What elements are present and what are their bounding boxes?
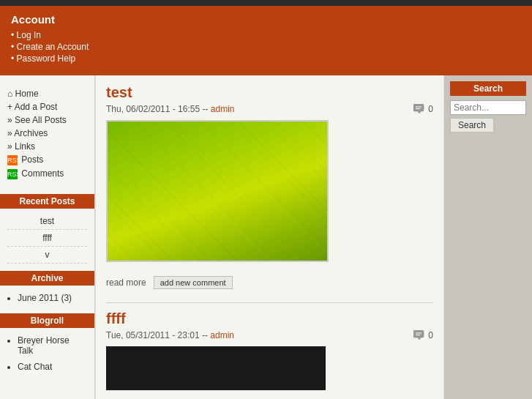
archive-section: June 2011 (3) <box>0 288 94 307</box>
post-comment-count: 0 <box>413 104 433 114</box>
blogroll-link[interactable]: Breyer Horse Talk <box>18 335 70 356</box>
top-bar <box>0 0 532 6</box>
add-post-link[interactable]: Add a Post <box>15 102 58 112</box>
blogroll-section: Breyer Horse Talk Cat Chat <box>0 331 94 376</box>
recent-posts-section: test ffff v <box>0 212 94 265</box>
recent-post-link[interactable]: v <box>45 250 50 260</box>
create-account-link[interactable]: Create an Account <box>17 42 89 52</box>
see-all-posts-link[interactable]: See All Posts <box>15 115 67 125</box>
list-item[interactable]: Breyer Horse Talk <box>18 332 87 359</box>
search-section-title: Search <box>450 81 526 96</box>
search-input[interactable] <box>450 100 526 115</box>
post-date: Tue, 05/31/2011 - 23:01 <box>106 330 200 340</box>
list-item[interactable]: Cat Chat <box>18 359 87 375</box>
post-date: Thu, 06/02/2011 - 16:55 <box>106 104 200 114</box>
comment-icon <box>413 330 425 340</box>
post-date-author: Tue, 05/31/2011 - 23:01 -- admin <box>106 330 234 340</box>
recent-post-link[interactable]: ffff <box>42 233 52 243</box>
sidebar-item-links[interactable]: Links <box>7 141 87 152</box>
post-date-author: Thu, 06/02/2011 - 16:55 -- admin <box>106 104 234 114</box>
post-title: test <box>106 84 433 101</box>
post-footer: read more add new comment <box>106 276 433 289</box>
header-title: Account <box>11 13 521 26</box>
header-nav-item: Log In <box>11 30 521 40</box>
arrow-icon <box>7 141 15 152</box>
rss-comments-icon: RSS <box>7 169 18 179</box>
header-nav-item: Create an Account <box>11 42 521 52</box>
sidebar-item-posts-rss[interactable]: RSS Posts <box>7 154 87 165</box>
add-comment-button[interactable]: add new comment <box>154 276 233 289</box>
comment-number: 0 <box>428 104 433 114</box>
separator: -- <box>202 330 210 340</box>
archive-title: Archive <box>0 271 94 286</box>
header-nav: Log In Create an Account Password Help <box>11 30 521 64</box>
post-1: test Thu, 06/02/2011 - 16:55 -- admin 0 <box>106 84 433 289</box>
plus-icon <box>7 102 15 112</box>
post2-image <box>106 346 326 390</box>
sidebar-item-home[interactable]: Home <box>7 89 87 99</box>
header: Account Log In Create an Account Passwor… <box>0 6 532 75</box>
list-item[interactable]: ffff <box>7 230 87 247</box>
post-author-link[interactable]: admin <box>211 104 235 114</box>
recent-posts-title: Recent Posts <box>0 194 94 209</box>
blogroll-link[interactable]: Cat Chat <box>18 362 52 372</box>
comment-icon <box>413 104 425 114</box>
archives-link[interactable]: Archives <box>14 128 48 138</box>
sidebar-item-comments-rss[interactable]: RSS Comments <box>7 168 87 179</box>
post-2: ffff Tue, 05/31/2011 - 23:01 -- admin 0 <box>106 310 433 390</box>
arrow-icon <box>7 128 14 138</box>
post-meta: Thu, 06/02/2011 - 16:55 -- admin 0 <box>106 104 433 114</box>
post-comment-count: 0 <box>413 330 433 340</box>
main-content: test Thu, 06/02/2011 - 16:55 -- admin 0 <box>95 75 444 399</box>
links-link[interactable]: Links <box>15 141 35 152</box>
list-item[interactable]: test <box>7 213 87 230</box>
header-nav-item: Password Help <box>11 53 521 64</box>
separator: -- <box>202 104 210 114</box>
post-meta: Tue, 05/31/2011 - 23:01 -- admin 0 <box>106 330 433 340</box>
page-wrapper: Home Add a Post See All Posts Archives L… <box>0 75 532 399</box>
sidebar-item-archives[interactable]: Archives <box>7 128 87 138</box>
arrow-icon <box>7 115 15 125</box>
post-divider <box>106 302 433 303</box>
post-title: ffff <box>106 310 433 327</box>
sidebar-nav: Home Add a Post See All Posts Archives L… <box>0 83 94 188</box>
post-author-link[interactable]: admin <box>210 330 234 340</box>
sidebar-right: Search Search <box>444 75 532 399</box>
post-image <box>108 122 327 261</box>
sidebar-item-add-post[interactable]: Add a Post <box>7 102 87 112</box>
sidebar-item-see-all-posts[interactable]: See All Posts <box>7 115 87 125</box>
blogroll-title: Blogroll <box>0 313 94 328</box>
archive-link[interactable]: June 2011 (3) <box>18 293 72 303</box>
read-more-link[interactable]: read more <box>106 277 146 288</box>
login-link[interactable]: Log In <box>17 30 41 40</box>
posts-rss-link[interactable]: Posts <box>21 154 43 165</box>
sidebar-left: Home Add a Post See All Posts Archives L… <box>0 75 95 399</box>
list-item[interactable]: v <box>7 247 87 264</box>
search-button[interactable]: Search <box>450 118 494 133</box>
home-icon <box>7 89 15 99</box>
list-item[interactable]: June 2011 (3) <box>18 290 87 306</box>
comment-number: 0 <box>428 330 433 340</box>
home-link[interactable]: Home <box>15 89 39 99</box>
comments-rss-link[interactable]: Comments <box>21 168 64 179</box>
recent-post-link[interactable]: test <box>40 216 54 226</box>
post-image-container <box>106 120 329 262</box>
rss-posts-icon: RSS <box>7 155 18 165</box>
password-help-link[interactable]: Password Help <box>17 53 76 64</box>
post-image-wrapper <box>106 120 433 272</box>
